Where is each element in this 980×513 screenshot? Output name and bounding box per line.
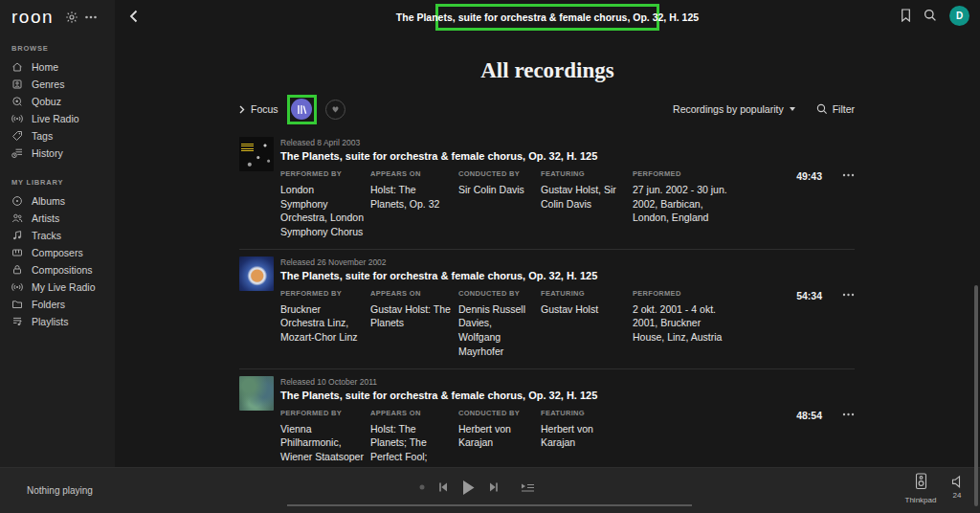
sidebar-item-artists[interactable]: Artists (0, 210, 115, 227)
page-title: All recordings (115, 58, 980, 83)
album-art[interactable] (239, 376, 274, 411)
more-options-ellipsis-icon[interactable] (84, 11, 98, 24)
sidebar-item-label: Playlists (32, 316, 69, 327)
column-label: FEATURING (541, 409, 626, 417)
sidebar-item-my-live-radio[interactable]: My Live Radio (0, 279, 115, 296)
filter-label: Filter (833, 103, 855, 115)
column-label: APPEARS ON (370, 289, 452, 298)
recordings-list: Released 8 April 2003 The Planets, suite… (239, 130, 855, 488)
sidebar-item-home[interactable]: Home (0, 58, 115, 76)
recording-row: Released 8 April 2003 The Planets, suite… (239, 130, 855, 250)
filter-search-icon (816, 103, 828, 115)
sidebar-item-history[interactable]: History (0, 145, 115, 162)
heart-icon (331, 105, 340, 114)
artists-people-icon (11, 212, 23, 224)
library-filter-button[interactable] (291, 99, 312, 120)
highlight-box-library-filter (287, 95, 317, 124)
recording-title[interactable]: The Planets, suite for orchestra & femal… (280, 150, 855, 162)
row-menu-ellipsis-icon[interactable] (839, 169, 855, 177)
album-art[interactable] (239, 137, 274, 171)
conducted-by-value: Dennis Russell Davies, Wolfgang Mayrhofe… (458, 302, 534, 359)
column-label: CONDUCTED BY (458, 409, 534, 417)
album-art[interactable] (239, 256, 274, 291)
radio-dot-icon[interactable] (419, 484, 425, 490)
sidebar-item-genres[interactable]: Genres (0, 76, 115, 93)
column-label: CONDUCTED BY (458, 169, 534, 178)
tag-icon (11, 130, 23, 142)
duration: 49:43 (796, 169, 822, 182)
sidebar-item-live-radio[interactable]: Live Radio (0, 110, 115, 127)
zone-picker[interactable]: Thinkpad (903, 473, 938, 504)
playback-footer: Nothing playing Thinkpad (0, 467, 980, 513)
sidebar-item-compositions[interactable]: Compositions (0, 261, 115, 279)
column-label: CONDUCTED BY (458, 289, 534, 298)
playlists-icon (11, 316, 23, 327)
appears-on-value: Gustav Holst: The Planets (370, 302, 452, 330)
back-chevron-icon[interactable] (124, 8, 142, 25)
zone-name: Thinkpad (903, 496, 938, 504)
roon-app-window: roon BROWSE Home Genres Qobuz (0, 0, 980, 513)
sidebar-item-label: Albums (32, 195, 65, 207)
release-date: Released 26 November 2002 (280, 257, 855, 267)
albums-disc-icon (11, 195, 23, 207)
sidebar-item-albums[interactable]: Albums (0, 192, 115, 210)
chevron-right-icon (239, 105, 245, 114)
previous-track-icon[interactable] (437, 481, 449, 493)
featuring-value: Gustav Holst, Sir Colin Davis (541, 183, 626, 211)
settings-gear-icon[interactable] (65, 11, 78, 24)
performed-value: 27 jun. 2002 - 30 jun. 2002, Barbican, L… (633, 183, 731, 225)
my-live-radio-icon (11, 281, 23, 293)
next-track-icon[interactable] (488, 481, 500, 493)
column-label: PERFORMED BY (280, 289, 364, 298)
focus-button[interactable]: Focus (239, 103, 278, 115)
recording-title[interactable]: The Planets, suite for orchestra & femal… (280, 270, 855, 281)
sort-dropdown[interactable]: Recordings by popularity (673, 103, 795, 115)
filter-button[interactable]: Filter (816, 103, 855, 115)
favorites-heart-button[interactable] (325, 100, 345, 120)
sidebar-item-label: Genres (32, 78, 64, 90)
play-icon[interactable] (461, 480, 476, 496)
performed-by-value: London Symphony Orchestra, London Sympho… (280, 183, 364, 239)
column-label: PERFORMED (633, 169, 731, 178)
folder-icon (11, 299, 23, 310)
release-date: Released 8 April 2003 (280, 138, 855, 147)
conducted-by-value: Sir Colin Davis (458, 183, 534, 197)
sidebar-item-tags[interactable]: Tags (0, 127, 115, 145)
genres-icon (11, 78, 23, 90)
row-menu-ellipsis-icon[interactable] (839, 289, 855, 297)
sidebar-item-composers[interactable]: Composers (0, 244, 115, 261)
sidebar-item-playlists[interactable]: Playlists (0, 313, 115, 330)
recording-title[interactable]: The Planets, suite for orchestra & femal… (280, 390, 855, 401)
search-icon[interactable] (924, 9, 937, 22)
sidebar-item-label: Folders (32, 299, 65, 310)
roon-logo: roon (11, 7, 54, 28)
recording-row: Released 26 November 2002 The Planets, s… (239, 250, 855, 369)
sidebar-item-tracks[interactable]: Tracks (0, 227, 115, 244)
sidebar-item-label: Tracks (32, 230, 61, 241)
sidebar-item-label: Compositions (32, 264, 93, 276)
my-library-section-label: MY LIBRARY (11, 178, 103, 187)
sidebar-item-label: Composers (32, 247, 83, 258)
bookmark-icon[interactable] (901, 9, 911, 22)
chevron-down-icon (790, 107, 795, 111)
tracks-note-icon (11, 230, 23, 241)
queue-icon[interactable] (521, 482, 535, 493)
featuring-value: Gustav Holst (541, 302, 626, 317)
seek-bar[interactable] (287, 504, 692, 506)
performed-value: 2 okt. 2001 - 4 okt. 2001, Bruckner Hous… (633, 302, 731, 345)
sidebar-item-label: Artists (32, 212, 59, 224)
browse-section-label: BROWSE (11, 44, 103, 53)
transport-controls (419, 477, 535, 498)
home-icon (11, 61, 23, 73)
user-avatar[interactable]: D (949, 6, 969, 26)
sidebar-item-folders[interactable]: Folders (0, 296, 115, 313)
volume-control[interactable]: 24 (944, 475, 970, 500)
release-date: Released 10 October 2011 (280, 377, 855, 387)
column-label: PERFORMED (633, 289, 731, 298)
vertical-scrollbar[interactable] (974, 285, 978, 506)
row-menu-ellipsis-icon[interactable] (839, 409, 855, 416)
sort-label: Recordings by popularity (673, 103, 784, 115)
history-icon (11, 147, 23, 159)
selection-title[interactable]: The Planets, suite for orchestra & femal… (396, 11, 699, 23)
sidebar-item-qobuz[interactable]: Qobuz (0, 93, 115, 110)
